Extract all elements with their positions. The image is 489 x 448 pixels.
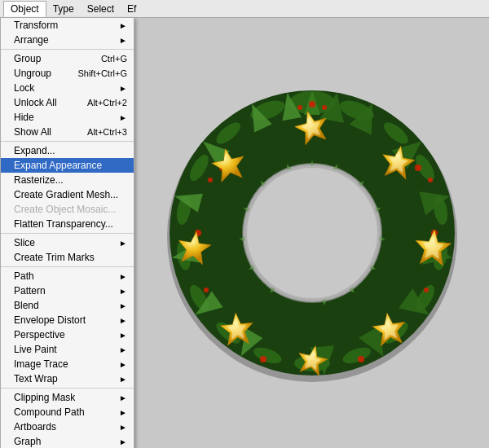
menu-object[interactable]: Object (3, 1, 46, 17)
menu-item-graph[interactable]: Graph ► (1, 434, 134, 448)
menu-item-artboards[interactable]: Artboards ► (1, 419, 134, 434)
menu-item-label: Group (14, 53, 41, 64)
submenu-arrow: ► (119, 423, 127, 432)
menu-item-shortcut: Ctrl+G (101, 54, 127, 64)
menu-item-shortcut: Alt+Ctrl+2 (87, 98, 127, 108)
menu-item-label: Image Trace (14, 358, 68, 370)
menu-item-create-gradient-mesh[interactable]: Create Gradient Mesh... (1, 187, 134, 202)
submenu-arrow: ► (119, 316, 127, 325)
wreath-image (157, 78, 467, 388)
menubar: Object Type Select Ef (0, 0, 489, 18)
menu-item-slice[interactable]: Slice ► (1, 235, 134, 250)
menu-item-unlock-all[interactable]: Unlock All Alt+Ctrl+2 (1, 95, 134, 110)
submenu-arrow: ► (119, 301, 127, 310)
submenu-arrow: ► (119, 331, 127, 340)
svg-point-53 (309, 101, 315, 108)
menu-item-label: Show All (14, 126, 51, 138)
menu-item-rasterize[interactable]: Rasterize... (1, 173, 134, 187)
submenu-arrow: ► (119, 287, 127, 296)
menu-item-label: Rasterize... (14, 174, 64, 186)
menu-item-envelope-distort[interactable]: Envelope Distort ► (1, 313, 134, 327)
menu-item-shortcut: Shift+Ctrl+G (77, 68, 127, 78)
menu-item-label: Flatten Transparency... (14, 218, 113, 230)
submenu-arrow: ► (119, 239, 127, 248)
menu-item-show-all[interactable]: Show All Alt+Ctrl+3 (1, 125, 134, 139)
menu-item-live-paint[interactable]: Live Paint ► (1, 342, 134, 357)
separator-4 (1, 266, 134, 267)
menu-item-text-wrap[interactable]: Text Wrap ► (1, 371, 134, 386)
menu-item-label: Graph (14, 436, 41, 447)
submenu-arrow: ► (119, 345, 127, 354)
menu-type[interactable]: Type (46, 2, 81, 16)
menu-item-label: Create Object Mosaic... (14, 204, 116, 215)
menu-item-expand[interactable]: Expand... (1, 143, 134, 158)
menu-item-clipping-mask[interactable]: Clipping Mask ► (1, 390, 134, 405)
separator-1 (1, 49, 134, 50)
menu-item-group[interactable]: Group Ctrl+G (1, 51, 134, 66)
menu-item-image-trace[interactable]: Image Trace ► (1, 357, 134, 371)
svg-point-59 (424, 288, 429, 292)
menu-item-transform[interactable]: Transform ► (1, 18, 134, 33)
menu-item-label: Ungroup (14, 68, 51, 79)
menu-item-perspective[interactable]: Perspective ► (1, 327, 134, 342)
svg-point-57 (428, 178, 433, 182)
submenu-arrow: ► (119, 84, 127, 93)
svg-point-60 (358, 356, 364, 362)
submenu-arrow: ► (119, 113, 127, 122)
menu-item-ungroup[interactable]: Ungroup Shift+Ctrl+G (1, 66, 134, 81)
submenu-arrow: ► (119, 408, 127, 417)
submenu-arrow: ► (119, 393, 127, 402)
separator-5 (1, 388, 134, 389)
menu-item-label: Perspective (14, 329, 65, 340)
menu-item-label: Pattern (14, 285, 46, 296)
menu-item-lock[interactable]: Lock ► (1, 81, 134, 95)
separator-2 (1, 141, 134, 142)
menu-item-expand-appearance[interactable]: Expand Appearance (1, 158, 134, 173)
submenu-arrow: ► (119, 375, 127, 384)
menu-item-label: Blend (14, 300, 39, 311)
menu-item-create-trim-marks[interactable]: Create Trim Marks (1, 250, 134, 265)
svg-point-54 (322, 105, 327, 110)
menu-item-pattern[interactable]: Pattern ► (1, 283, 134, 298)
menu-item-label: Compound Path (14, 406, 85, 418)
menu-item-label: Envelope Distort (14, 314, 86, 326)
object-dropdown-menu: Transform ► Arrange ► Group Ctrl+G Ungro… (0, 17, 134, 448)
menu-item-label: Slice (14, 237, 35, 248)
svg-point-62 (260, 356, 267, 362)
svg-point-63 (204, 288, 209, 292)
menu-item-label: Lock (14, 82, 34, 94)
menu-item-flatten-transparency[interactable]: Flatten Transparency... (1, 217, 134, 231)
submenu-arrow: ► (119, 21, 127, 30)
menu-item-label: Text Wrap (14, 373, 58, 384)
menu-select[interactable]: Select (81, 2, 121, 16)
menu-item-path[interactable]: Path ► (1, 269, 134, 283)
canvas-area (134, 18, 489, 448)
submenu-arrow: ► (119, 437, 127, 446)
menu-item-label: Expand Appearance (14, 160, 102, 171)
menu-item-label: Create Gradient Mesh... (14, 189, 118, 200)
menu-item-label: Unlock All (14, 97, 57, 108)
submenu-arrow: ► (119, 360, 127, 369)
menu-item-label: Hide (14, 112, 34, 123)
menu-item-label: Live Paint (14, 344, 57, 355)
submenu-arrow: ► (119, 272, 127, 281)
svg-point-56 (415, 165, 421, 171)
menu-item-label: Transform (14, 20, 58, 31)
menu-item-label: Clipping Mask (14, 392, 75, 403)
menu-item-create-object-mosaic[interactable]: Create Object Mosaic... (1, 202, 134, 217)
menu-effect[interactable]: Ef (121, 2, 143, 16)
menu-item-blend[interactable]: Blend ► (1, 298, 134, 313)
menu-item-label: Create Trim Marks (14, 252, 95, 263)
menu-item-label: Artboards (14, 421, 56, 433)
menu-item-hide[interactable]: Hide ► (1, 110, 134, 125)
svg-point-65 (208, 178, 213, 182)
menu-item-label: Arrange (14, 34, 49, 46)
svg-point-55 (297, 105, 302, 110)
menu-item-label: Path (14, 270, 34, 282)
submenu-arrow: ► (119, 36, 127, 45)
menu-item-arrange[interactable]: Arrange ► (1, 33, 134, 47)
menu-item-compound-path[interactable]: Compound Path ► (1, 405, 134, 419)
menu-item-label: Expand... (14, 145, 55, 156)
separator-3 (1, 233, 134, 234)
menu-item-shortcut: Alt+Ctrl+3 (87, 127, 127, 137)
